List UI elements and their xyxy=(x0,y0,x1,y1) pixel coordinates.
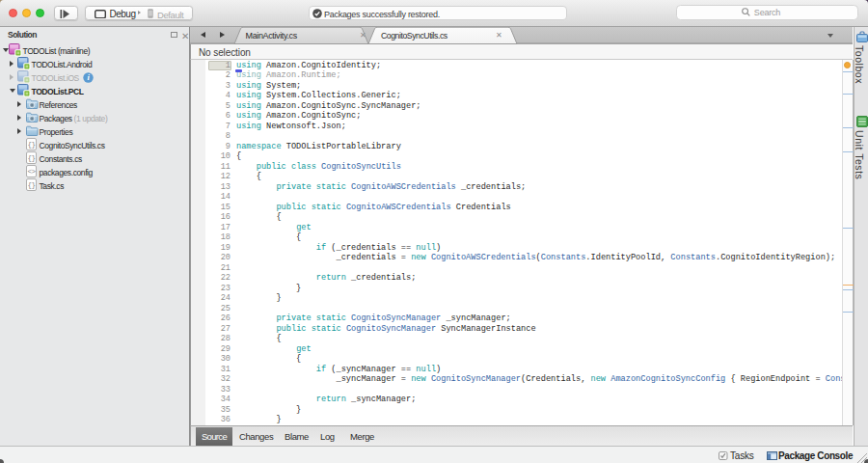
svg-text:{}: {} xyxy=(27,140,35,148)
svg-text:{}: {} xyxy=(27,153,35,161)
svg-text:<>: <> xyxy=(27,167,36,175)
svg-text:{}: {} xyxy=(27,180,35,188)
